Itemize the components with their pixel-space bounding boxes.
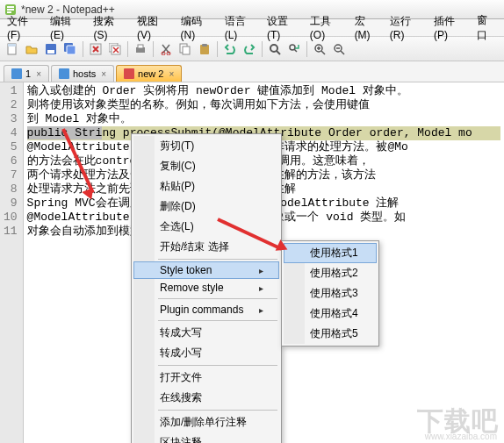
menu-item-label: 添加/删除单行注释 — [160, 415, 247, 430]
toolbar-separator — [153, 41, 154, 57]
close-icon[interactable] — [87, 40, 104, 58]
tab-label: new 2 — [138, 68, 163, 79]
code-line[interactable]: 则将使用该对象类型的名称。例如，每次调用如下方法，会使用键值 — [27, 98, 500, 112]
save-all-icon[interactable] — [61, 40, 79, 58]
menu-item-label: 粘贴(P) — [160, 179, 195, 194]
toolbar-separator — [306, 41, 307, 57]
svg-rect-2 — [7, 9, 14, 11]
line-number: 7 — [4, 168, 18, 182]
menu-language[interactable]: 语言(L) — [220, 12, 262, 43]
context-menu-item[interactable]: Remove style▸ — [133, 279, 279, 297]
menu-item-label: Remove style — [160, 282, 224, 294]
open-file-icon[interactable] — [23, 40, 40, 58]
context-menu-item[interactable]: 打开文件 — [133, 368, 279, 388]
svg-rect-27 — [124, 68, 134, 79]
svg-rect-20 — [202, 44, 207, 46]
menu-tools[interactable]: 工具(O) — [305, 12, 349, 43]
menu-separator — [158, 298, 277, 299]
menu-item-label: 剪切(T) — [160, 139, 194, 154]
menu-item-label: 在线搜索 — [160, 390, 202, 405]
submenu-item[interactable]: 使用格式2 — [284, 263, 377, 283]
submenu-item[interactable]: 使用格式5 — [284, 324, 377, 344]
svg-rect-14 — [138, 45, 143, 48]
close-all-icon[interactable] — [106, 40, 124, 58]
menu-item-label: 使用格式4 — [310, 307, 358, 319]
cut-icon[interactable] — [157, 40, 175, 58]
menu-item-label: 转成小写 — [160, 346, 202, 361]
menu-search[interactable]: 搜索(S) — [88, 12, 132, 43]
submenu-arrow-icon: ▸ — [259, 266, 263, 275]
copy-icon[interactable] — [176, 40, 194, 58]
undo-icon[interactable] — [221, 40, 239, 58]
context-menu-item[interactable]: 复制(C) — [133, 156, 279, 176]
paste-icon[interactable] — [196, 40, 213, 58]
new-file-icon[interactable] — [4, 40, 21, 58]
code-line[interactable]: 输入或创建的 Order 实例将用 newOrder 键值添加到 Model 对… — [27, 84, 500, 98]
menu-separator — [158, 259, 277, 260]
context-menu-item[interactable]: 全选(L) — [133, 217, 279, 237]
menu-file[interactable]: 文件(F) — [2, 12, 45, 43]
line-number: 2 — [4, 98, 18, 112]
submenu-item[interactable]: 使用格式1 — [284, 243, 377, 263]
svg-rect-18 — [183, 46, 190, 54]
menu-separator — [158, 320, 277, 321]
line-number: 11 — [4, 225, 18, 239]
line-number: 5 — [4, 140, 18, 154]
close-icon[interactable]: × — [169, 69, 174, 79]
context-menu-item[interactable]: 剪切(T) — [133, 136, 279, 156]
menu-item-label: 打开文件 — [160, 370, 202, 385]
svg-rect-9 — [67, 46, 76, 54]
menu-item-label: 转成大写 — [160, 325, 202, 340]
line-number: 6 — [4, 154, 18, 168]
context-menu-item[interactable]: 添加/删除单行注释 — [133, 412, 279, 432]
print-icon[interactable] — [132, 40, 149, 58]
toolbar-separator — [83, 41, 83, 57]
zoom-out-icon[interactable] — [330, 40, 348, 58]
svg-rect-5 — [8, 44, 16, 46]
menu-item-label: 使用格式5 — [310, 327, 358, 339]
menubar: 文件(F) 编辑(E) 搜索(S) 视图(V) 编码(N) 语言(L) 设置(T… — [0, 19, 504, 37]
submenu-item[interactable]: 使用格式4 — [284, 304, 377, 324]
menu-item-label: 全选(L) — [160, 219, 194, 234]
menu-settings[interactable]: 设置(T) — [262, 12, 305, 43]
tab-hosts[interactable]: hosts × — [51, 65, 114, 82]
toolbar-separator — [262, 41, 263, 57]
context-menu-item[interactable]: 粘贴(P) — [133, 176, 279, 196]
tab-label: 1 — [25, 68, 31, 79]
menu-encoding[interactable]: 编码(N) — [176, 12, 220, 43]
context-menu: 剪切(T)复制(C)粘贴(P)删除(D)全选(L)开始/结束 选择Style t… — [131, 133, 282, 443]
code-line[interactable]: 到 Model 对象中。 — [27, 112, 500, 126]
menu-edit[interactable]: 编辑(E) — [45, 12, 89, 43]
menu-item-label: 删除(D) — [160, 199, 196, 214]
context-menu-item[interactable]: 删除(D) — [133, 196, 279, 217]
close-icon[interactable]: × — [36, 69, 41, 79]
save-icon[interactable] — [42, 40, 60, 58]
submenu-item[interactable]: 使用格式3 — [284, 283, 377, 304]
svg-rect-1 — [7, 6, 14, 8]
context-menu-item[interactable]: Style token▸ — [133, 261, 279, 279]
menu-window[interactable]: 窗口 — [472, 11, 502, 45]
replace-icon[interactable] — [285, 40, 303, 58]
tab-1[interactable]: 1 × — [4, 65, 49, 82]
menu-item-label: 使用格式3 — [310, 287, 358, 299]
menu-item-label: 开始/结束 选择 — [160, 239, 229, 254]
close-icon[interactable]: × — [101, 69, 106, 79]
toolbar-separator — [127, 41, 128, 57]
file-icon — [11, 68, 22, 79]
menu-run[interactable]: 运行(R) — [385, 12, 428, 43]
context-menu-item[interactable]: 在线搜索 — [133, 388, 279, 408]
find-icon[interactable] — [266, 40, 284, 58]
menu-item-label: Style token — [160, 264, 212, 276]
menu-plugins[interactable]: 插件(P) — [428, 12, 472, 43]
context-menu-item[interactable]: 区块注释 — [133, 432, 279, 443]
redo-icon[interactable] — [241, 40, 258, 58]
context-menu-item[interactable]: Plugin commands▸ — [133, 301, 279, 318]
context-menu-item[interactable]: 转成小写 — [133, 343, 279, 363]
menu-macro[interactable]: 宏(M) — [349, 12, 385, 43]
zoom-in-icon[interactable] — [311, 40, 328, 58]
context-menu-item[interactable]: 转成大写 — [133, 323, 279, 343]
tab-new2[interactable]: new 2 × — [116, 65, 182, 82]
svg-point-21 — [270, 45, 277, 52]
tabstrip: 1 × hosts × new 2 × — [0, 61, 504, 82]
menu-view[interactable]: 视图(V) — [132, 12, 176, 43]
